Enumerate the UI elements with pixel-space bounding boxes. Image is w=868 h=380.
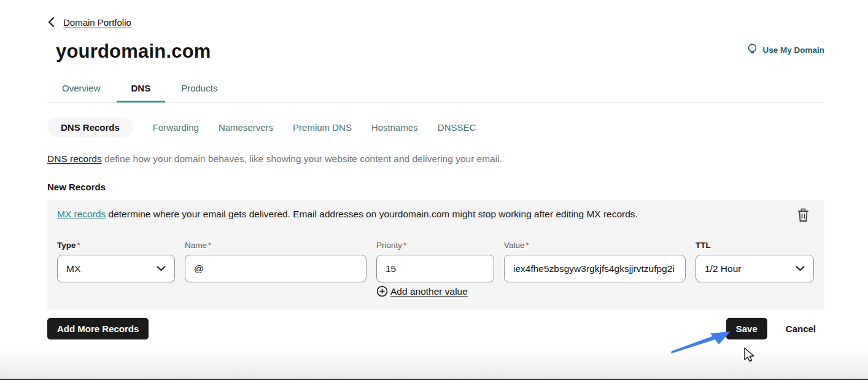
page-title: yourdomain.com [56,41,824,63]
mouse-cursor-icon [745,348,754,362]
actions-right: Save Cancel [726,318,824,339]
subtab-dnssec[interactable]: DNSSEC [438,117,476,138]
domain-portfolio-link[interactable]: Domain Portfolio [63,17,131,28]
required-asterisk: * [526,241,529,250]
footer-fade [0,348,868,380]
add-another-value-label: Add another value [390,286,468,297]
required-asterisk: * [77,241,80,250]
main-tabs: Overview DNS Products [47,77,824,103]
value-label: Value* [504,241,686,250]
type-label: Type* [57,241,175,250]
ttl-select[interactable]: 1/2 Hour [696,255,814,282]
type-selected-value: MX [66,263,80,274]
dns-subtabs: DNS Records Forwarding Nameservers Premi… [47,117,824,138]
form-actions: Add More Records Save Cancel [47,318,824,339]
type-select[interactable]: MX [57,255,175,282]
subtab-premium-dns[interactable]: Premium DNS [293,117,352,138]
subtab-hostnames[interactable]: Hostnames [371,117,418,138]
tab-overview[interactable]: Overview [62,77,101,102]
priority-input[interactable] [376,255,494,282]
value-field-group: Value* [504,241,686,282]
mx-warning-text: determine where your email gets delivere… [106,209,638,219]
chevron-down-icon [796,266,805,271]
mx-warning-note: MX records determine where your email ge… [57,209,815,220]
delete-record-button[interactable] [797,208,810,225]
add-more-records-button[interactable]: Add More Records [47,318,149,339]
add-another-value-button[interactable]: Add another value [376,285,814,297]
cancel-button[interactable]: Cancel [786,324,816,334]
use-my-domain-button[interactable]: Use My Domain [747,43,824,56]
name-input[interactable] [185,255,366,282]
breadcrumb: Domain Portfolio [47,17,824,28]
priority-field-group: Priority* [376,241,494,282]
priority-label: Priority* [376,241,494,250]
mx-record-panel: MX records determine where your email ge… [47,200,824,309]
required-asterisk: * [403,241,406,250]
use-my-domain-label: Use My Domain [762,45,824,55]
type-field-group: Type* MX [57,241,175,282]
plus-circle-icon [376,285,388,297]
back-chevron-icon[interactable] [47,17,56,28]
dns-description-text: define how your domain behaves, like sho… [102,153,502,164]
subtab-dns-records[interactable]: DNS Records [47,117,133,138]
subtab-nameservers[interactable]: Nameservers [219,117,273,138]
page-content: Domain Portfolio yourdomain.com Use My D… [47,0,824,339]
ttl-selected-value: 1/2 Hour [705,263,741,274]
mx-records-link[interactable]: MX records [57,209,106,219]
chevron-down-icon [157,266,166,271]
record-form: Type* MX Name* Priority* Value* [57,241,815,297]
ttl-label: TTL [696,241,814,250]
value-input[interactable] [504,255,686,282]
ttl-field-group: TTL 1/2 Hour [696,241,814,282]
trash-icon [797,208,810,222]
required-asterisk: * [208,241,211,250]
subtab-forwarding[interactable]: Forwarding [153,117,199,138]
tab-dns[interactable]: DNS [131,77,151,102]
save-button[interactable]: Save [726,318,767,339]
dns-records-link[interactable]: DNS records [47,153,102,164]
new-records-heading: New Records [47,182,824,192]
name-field-group: Name* [185,241,366,282]
lightbulb-icon [747,43,758,56]
tab-products[interactable]: Products [181,77,217,102]
name-label: Name* [185,241,366,250]
dns-description: DNS records define how your domain behav… [47,153,824,165]
